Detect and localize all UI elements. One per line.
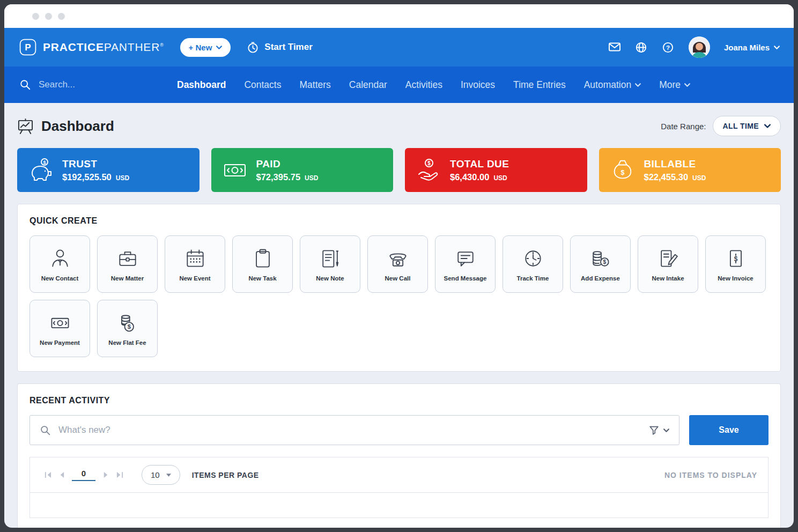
nav-item-dashboard[interactable]: Dashboard	[177, 79, 226, 91]
stat-amount: $6,430.00USD	[450, 172, 509, 182]
chevron-down-icon	[635, 83, 641, 87]
svg-text:$: $	[427, 160, 431, 166]
quick-create-new-contact[interactable]: New Contact	[29, 235, 90, 293]
nav-item-automation[interactable]: Automation	[584, 79, 641, 91]
globe-icon[interactable]	[635, 41, 648, 54]
nav-item-activities[interactable]: Activities	[405, 79, 442, 91]
chat-bubble-icon	[454, 247, 477, 270]
nav-item-invoices[interactable]: Invoices	[461, 79, 495, 91]
chevron-down-icon	[663, 428, 669, 432]
quick-create-add-expense[interactable]: $ Add Expense	[570, 235, 631, 293]
quick-create-new-matter[interactable]: New Matter	[97, 235, 158, 293]
brand-logo: P PRACTICEPANTHER®	[18, 38, 164, 57]
main-nav: Dashboard Contacts Matters Calendar Acti…	[4, 66, 794, 103]
user-avatar[interactable]	[689, 36, 710, 58]
quick-create-new-call[interactable]: New Call	[367, 235, 428, 293]
contact-icon	[48, 247, 72, 270]
svg-text:P: P	[25, 42, 31, 53]
stat-amount: $72,395.75USD	[256, 172, 319, 182]
global-search[interactable]	[19, 79, 154, 91]
help-icon[interactable]: ?	[662, 41, 675, 54]
piggy-bank-icon: $	[28, 157, 54, 183]
mail-icon[interactable]	[608, 41, 621, 54]
page-title-wrap: Dashboard	[17, 118, 114, 135]
money-bag-icon: $	[610, 157, 636, 183]
nav-item-contacts[interactable]: Contacts	[244, 79, 281, 91]
stat-label: BILLABLE	[644, 158, 706, 170]
practicepanther-logo-icon: P	[18, 38, 38, 57]
quick-create-new-intake[interactable]: New Intake	[638, 235, 698, 293]
header-actions: ? Joana Miles	[608, 36, 780, 58]
stat-card-paid[interactable]: PAID $72,395.75USD	[211, 148, 394, 192]
last-page-button[interactable]	[113, 468, 127, 482]
window-maximize-button[interactable]	[58, 13, 65, 20]
calendar-icon	[183, 247, 207, 270]
activity-search-box[interactable]	[29, 415, 679, 445]
items-per-page-dropdown[interactable]: 10	[142, 465, 180, 485]
svg-text:$: $	[43, 160, 46, 165]
quick-create-new-event[interactable]: New Event	[165, 235, 225, 293]
stat-amount: $192,525.50USD	[62, 172, 129, 182]
date-range-dropdown[interactable]: ALL TIME	[713, 116, 781, 136]
empty-table-row	[30, 493, 768, 518]
search-icon	[40, 425, 51, 436]
stat-label: TRUST	[62, 158, 129, 170]
previous-page-button[interactable]	[55, 468, 69, 482]
timer-icon	[247, 41, 259, 54]
phone-icon	[386, 247, 410, 270]
payment-banknote-icon	[48, 311, 72, 335]
page-number-input[interactable]	[72, 469, 95, 481]
quick-create-title: QUICK CREATE	[29, 216, 769, 226]
clock-icon	[521, 247, 545, 270]
first-page-button[interactable]	[41, 468, 55, 482]
quick-create-new-task[interactable]: New Task	[232, 235, 293, 293]
user-menu[interactable]: Joana Miles	[724, 43, 780, 52]
empty-message: NO ITEMS TO DISPLAY	[664, 471, 757, 479]
invoice-icon: $	[724, 247, 748, 270]
quick-create-track-time[interactable]: Track Time	[503, 235, 563, 293]
app-header: P PRACTICEPANTHER® + New Start Timer	[4, 28, 794, 66]
stat-card-trust[interactable]: $ TRUST $192,525.50USD	[17, 148, 200, 192]
items-per-page-label: ITEMS PER PAGE	[192, 471, 259, 479]
chevron-down-icon	[774, 46, 780, 49]
chevron-down-icon	[684, 83, 690, 87]
svg-text:$: $	[603, 259, 606, 265]
nav-item-time-entries[interactable]: Time Entries	[513, 79, 566, 91]
app-window: P PRACTICEPANTHER® + New Start Timer	[4, 4, 794, 528]
activity-table: 10 ITEMS PER PAGE NO ITEMS TO DISPLAY	[29, 457, 769, 518]
window-close-button[interactable]	[32, 13, 39, 20]
save-button[interactable]: Save	[689, 415, 769, 445]
new-button[interactable]: + New	[180, 38, 231, 57]
activity-search-input[interactable]	[58, 425, 641, 435]
quick-create-send-message[interactable]: Send Message	[435, 235, 496, 293]
search-icon	[19, 79, 31, 91]
nav-item-calendar[interactable]: Calendar	[349, 79, 387, 91]
chevron-down-icon	[216, 46, 222, 49]
start-timer-button[interactable]: Start Timer	[247, 41, 312, 54]
nav-item-more[interactable]: More	[659, 79, 690, 91]
brand-name: PRACTICEPANTHER®	[43, 41, 164, 54]
search-input[interactable]	[39, 79, 130, 90]
quick-create-new-flat-fee[interactable]: $ New Flat Fee	[97, 300, 158, 357]
window-minimize-button[interactable]	[45, 13, 52, 20]
quick-create-new-note[interactable]: New Note	[300, 235, 360, 293]
hand-coin-icon: $	[416, 157, 441, 183]
chevron-down-icon	[764, 124, 771, 128]
page-title: Dashboard	[41, 118, 114, 135]
activity-filter-button[interactable]	[649, 425, 669, 435]
browser-titlebar	[4, 4, 794, 28]
svg-text:$: $	[734, 255, 737, 263]
nav-item-matters[interactable]: Matters	[299, 79, 330, 91]
quick-create-new-payment[interactable]: New Payment	[29, 300, 90, 357]
stat-amount: $22,455.30USD	[644, 172, 706, 182]
quick-create-new-invoice[interactable]: $ New Invoice	[705, 235, 766, 293]
quick-create-section: QUICK CREATE New Contact	[17, 204, 781, 372]
filter-icon	[649, 425, 659, 435]
intake-pencil-icon	[656, 247, 680, 270]
next-page-button[interactable]	[99, 468, 113, 482]
briefcase-icon	[116, 247, 139, 270]
stat-card-billable[interactable]: $ BILLABLE $22,455.30USD	[599, 148, 781, 192]
banknote-icon	[222, 157, 248, 183]
date-range-label: Date Range:	[661, 122, 706, 131]
stat-card-total-due[interactable]: $ TOTAL DUE $6,430.00USD	[405, 148, 587, 192]
